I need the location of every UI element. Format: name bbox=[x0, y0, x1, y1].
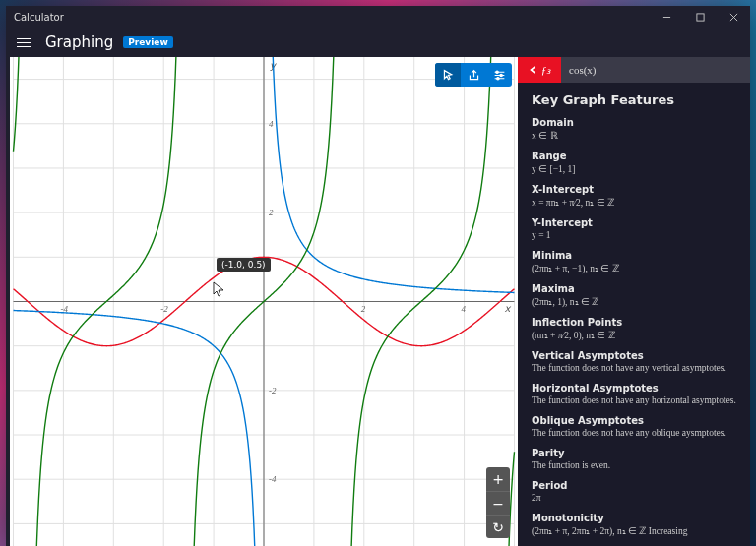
feature-title: Inflection Points bbox=[532, 317, 736, 328]
window-title: Calculator bbox=[14, 12, 64, 23]
feature-item: Inflection Points(πn₁ + π⁄2, 0), n₁ ∈ ℤ bbox=[532, 317, 736, 340]
feature-value: (πn₁ + π⁄2, 0), n₁ ∈ ℤ bbox=[532, 330, 736, 340]
feature-item: Horizontal AsymptotesThe function does n… bbox=[532, 383, 736, 405]
svg-text:4: 4 bbox=[462, 304, 467, 314]
mode-title: Graphing bbox=[45, 33, 113, 51]
toolbar: Graphing Preview bbox=[6, 28, 750, 57]
feature-value: x ∈ ℝ bbox=[532, 130, 736, 141]
feature-item: Rangey ∈ [−1, 1] bbox=[532, 151, 736, 174]
feature-item: Y-Intercepty = 1 bbox=[532, 217, 736, 240]
feature-value: The function does not have any oblique a… bbox=[532, 428, 736, 438]
svg-text:2: 2 bbox=[269, 208, 274, 217]
function-label: ƒ₃ bbox=[541, 64, 551, 77]
svg-rect-0 bbox=[696, 13, 703, 20]
svg-text:x: x bbox=[505, 303, 512, 314]
graph-options-button[interactable] bbox=[486, 63, 512, 87]
feature-item: Minima(2πn₁ + π, −1), n₁ ∈ ℤ bbox=[532, 250, 736, 273]
features-list[interactable]: Key Graph Features Domainx ∈ ℝRangey ∈ [… bbox=[518, 83, 750, 546]
svg-text:-2: -2 bbox=[269, 386, 277, 395]
feature-title: Minima bbox=[532, 250, 736, 261]
svg-text:-4: -4 bbox=[269, 474, 277, 484]
feature-value: The function does not have any vertical … bbox=[532, 363, 736, 373]
features-title: Key Graph Features bbox=[532, 92, 736, 107]
feature-title: Range bbox=[532, 151, 736, 161]
feature-title: Monotonicity bbox=[532, 513, 736, 523]
svg-point-36 bbox=[499, 74, 501, 76]
feature-value: y ∈ [−1, 1] bbox=[532, 163, 736, 174]
feature-title: Maxima bbox=[532, 283, 736, 294]
minimize-button[interactable] bbox=[650, 6, 683, 28]
cursor-icon bbox=[213, 281, 224, 297]
graph-svg: -4-224-4-224xy bbox=[10, 57, 518, 546]
feature-item: Domainx ∈ ℝ bbox=[532, 117, 736, 141]
close-button[interactable] bbox=[717, 6, 750, 28]
feature-value: x = πn₁ + π⁄2, n₁ ∈ ℤ bbox=[532, 197, 736, 208]
feature-item: ParityThe function is even. bbox=[532, 448, 736, 470]
feature-title: Vertical Asymptotes bbox=[532, 350, 736, 361]
feature-title: Domain bbox=[532, 117, 736, 128]
preview-badge: Preview bbox=[123, 36, 173, 48]
feature-item: Period2π bbox=[532, 480, 736, 503]
graph-tools-top bbox=[435, 63, 512, 87]
share-button[interactable] bbox=[461, 63, 486, 87]
function-expression: cos(x) bbox=[561, 57, 750, 83]
feature-title: Oblique Asymptotes bbox=[532, 415, 736, 426]
analysis-panel: ƒ₃ cos(x) Key Graph Features Domainx ∈ ℝ… bbox=[518, 57, 750, 546]
feature-title: Y-Intercept bbox=[532, 217, 736, 228]
titlebar: Calculator bbox=[6, 6, 750, 28]
app-window: Calculator Graphing Preview -4-224-4-224… bbox=[6, 6, 750, 546]
feature-item: Oblique AsymptotesThe function does not … bbox=[532, 415, 736, 438]
feature-title: X-Intercept bbox=[532, 184, 736, 195]
feature-title: Parity bbox=[532, 448, 736, 458]
svg-point-37 bbox=[496, 77, 498, 79]
zoom-in-button[interactable]: + bbox=[486, 467, 510, 491]
svg-text:4: 4 bbox=[269, 119, 274, 129]
zoom-reset-button[interactable]: ↻ bbox=[486, 515, 510, 538]
feature-item: Vertical AsymptotesThe function does not… bbox=[532, 350, 736, 373]
feature-value: 2π bbox=[532, 493, 736, 503]
zoom-out-button[interactable]: − bbox=[486, 491, 510, 515]
svg-text:-2: -2 bbox=[160, 304, 168, 314]
feature-value: The function does not have any horizonta… bbox=[532, 395, 736, 405]
feature-value: (2πn₁ + π, 2πn₁ + 2π), n₁ ∈ ℤ Increasing bbox=[532, 525, 736, 536]
svg-point-35 bbox=[495, 71, 497, 73]
feature-item: Monotonicity(2πn₁ + π, 2πn₁ + 2π), n₁ ∈ … bbox=[532, 513, 736, 536]
feature-value: The function is even. bbox=[532, 460, 736, 470]
feature-value: (2πn₁, 1), n₁ ∈ ℤ bbox=[532, 296, 736, 307]
back-button[interactable]: ƒ₃ bbox=[518, 57, 561, 83]
graph-canvas[interactable]: -4-224-4-224xy + − ↻ (-1.0, 0.5) bbox=[10, 57, 518, 546]
feature-value: y = 1 bbox=[532, 230, 736, 240]
menu-icon[interactable] bbox=[12, 30, 35, 54]
feature-title: Horizontal Asymptotes bbox=[532, 383, 736, 394]
svg-text:2: 2 bbox=[361, 304, 366, 314]
feature-item: X-Interceptx = πn₁ + π⁄2, n₁ ∈ ℤ bbox=[532, 184, 736, 208]
pointer-tool-button[interactable] bbox=[435, 63, 461, 87]
feature-value: (2πn₁ + π, −1), n₁ ∈ ℤ bbox=[532, 263, 736, 273]
trace-tooltip: (-1.0, 0.5) bbox=[217, 258, 271, 272]
maximize-button[interactable] bbox=[683, 6, 717, 28]
graph-zoom-controls: + − ↻ bbox=[486, 467, 510, 538]
feature-item: Maxima(2πn₁, 1), n₁ ∈ ℤ bbox=[532, 283, 736, 307]
feature-title: Period bbox=[532, 480, 736, 491]
